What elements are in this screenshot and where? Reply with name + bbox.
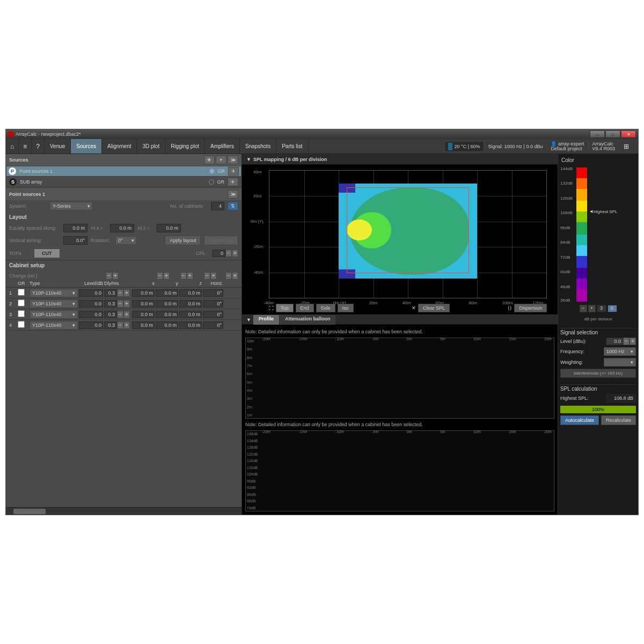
y-input[interactable]: 0.0 m (156, 321, 178, 329)
gr-checkbox[interactable] (18, 310, 25, 317)
atx-input[interactable]: 0.0 m (110, 224, 134, 232)
horiz-input[interactable]: 0° (203, 321, 223, 329)
source-spacing-button[interactable]: Source spa (204, 236, 238, 245)
left-scrollbar[interactable] (6, 507, 241, 515)
view-iso[interactable]: Iso (338, 304, 354, 312)
tab-amplifiers[interactable]: Amplifiers (205, 139, 240, 153)
tab-parts[interactable]: Parts list (276, 139, 308, 153)
gr-checkbox[interactable] (18, 321, 25, 328)
x-all-stepper[interactable]: −+ (149, 272, 170, 280)
y-input[interactable]: 0.0 m (156, 311, 178, 318)
level-stepper[interactable]: 0.0−+ (606, 338, 636, 345)
tab-sources[interactable]: Sources (71, 139, 102, 153)
cabinets-input[interactable]: 4 (211, 202, 224, 210)
type-select[interactable]: Y10P-110x40▾ (30, 299, 78, 308)
div-plus[interactable]: + (588, 305, 596, 312)
tab-alignment[interactable]: Alignment (102, 139, 137, 153)
type-select[interactable]: Y10P-110x40▾ (30, 289, 78, 297)
level-input[interactable]: 0.0 (79, 321, 103, 329)
hz-all-stepper[interactable]: −+ (220, 272, 238, 280)
level-input[interactable]: 0.0 (79, 289, 103, 297)
cabinet-row[interactable]: 4 Y10P-110x40▾ 0.0 0.3−+ 0.0 m 0.0 m 0.0… (6, 320, 241, 331)
rot-select[interactable]: 0°▾ (115, 236, 137, 245)
tab-3dplot[interactable]: 3D plot (137, 139, 165, 153)
div-6[interactable]: 6 (608, 305, 617, 312)
view-end[interactable]: End (296, 304, 314, 312)
delay-stepper[interactable]: 0.3−+ (104, 321, 131, 329)
interferences-button[interactable]: Interferences (<= 163 Hz) (560, 369, 636, 378)
y-input[interactable]: 0.0 m (156, 289, 178, 297)
view-expand-icon[interactable]: ⛶ (269, 305, 274, 311)
autocalc-button[interactable]: Autocalculate (560, 415, 599, 425)
environment-display[interactable]: 20 °C | 60% (444, 141, 484, 152)
tab-rigging[interactable]: Rigging plot (165, 139, 205, 153)
gr-indicator[interactable] (209, 179, 214, 185)
profile-chart-2[interactable]: 140dB134dB128dB122dB116dB110dB104dB98dB9… (245, 430, 554, 511)
tab-snapshots[interactable]: Snapshots (240, 139, 276, 153)
horiz-input[interactable]: 0° (203, 289, 223, 297)
gr-checkbox[interactable] (18, 289, 25, 296)
level-input[interactable]: 0.0 (79, 300, 103, 308)
profile-chart-1[interactable]: 10m9m8m7m6m5m4m3m2m1m -20m-15m-10m-5m0m5… (245, 338, 554, 419)
cpl-stepper[interactable]: 0−+ (213, 250, 238, 257)
grid-icon[interactable]: ⊞ (619, 143, 634, 150)
help-button[interactable]: ? (32, 139, 45, 153)
source-row-sub[interactable]: S SUB array GR ✈ (6, 177, 241, 187)
view-side[interactable]: Side (316, 304, 335, 312)
mute-icon[interactable]: ✈ (228, 178, 238, 186)
atz-input[interactable]: 0.0 m (157, 224, 181, 232)
cabinet-row[interactable]: 1 Y10P-110x40▾ 0.0 0.3−+ 0.0 m 0.0 m 0.0… (6, 288, 241, 298)
cabinet-row[interactable]: 3 Y10P-110x40▾ 0.0 0.3−+ 0.0 m 0.0 m 0.0… (6, 309, 241, 320)
horiz-input[interactable]: 0° (203, 311, 223, 318)
filter-icon[interactable]: ✈ (204, 156, 215, 164)
dispersion-button[interactable]: Dispersion (514, 304, 547, 312)
close-button[interactable]: ✕ (621, 130, 636, 138)
add-source-button[interactable]: + (216, 156, 226, 164)
maximize-button[interactable]: □ (605, 130, 620, 138)
horiz-input[interactable]: 0° (203, 300, 223, 308)
z-input[interactable]: 0.0 m (179, 300, 202, 308)
z-input[interactable]: 0.0 m (179, 321, 202, 329)
z-all-stepper[interactable]: −+ (196, 272, 217, 280)
gr-checkbox[interactable] (18, 299, 25, 306)
delay-stepper[interactable]: 0.3−+ (104, 289, 131, 297)
apply-layout-button[interactable]: Apply layout (165, 236, 201, 245)
va-input[interactable]: 0.0° (63, 236, 87, 245)
home-button[interactable]: ⌂ (6, 139, 19, 153)
z-input[interactable]: 0.0 m (179, 311, 202, 318)
minimize-button[interactable]: — (590, 130, 605, 138)
view-top[interactable]: Top (276, 304, 294, 312)
expand-icon[interactable]: ≫ (228, 156, 238, 164)
type-select[interactable]: Y10P-110x40▾ (30, 321, 78, 330)
type-select[interactable]: Y10P-110x40▾ (30, 310, 78, 319)
weighting-select[interactable]: ▾ (604, 358, 636, 367)
spl-map[interactable]: 40m 20m 0m (Y) -20m -40m -40m -20m 0m (X… (242, 165, 558, 315)
menu-button[interactable]: ≡ (19, 139, 32, 153)
delay-stepper[interactable]: 0.3−+ (104, 300, 131, 308)
delay-stepper[interactable]: 0.3−+ (104, 311, 131, 318)
recalc-button[interactable]: Recalculate (601, 415, 636, 425)
x-input[interactable]: 0.0 m (132, 321, 155, 329)
tab-attenuation[interactable]: Attenuation balloon (280, 314, 336, 325)
level-input[interactable]: 0.0 (79, 311, 103, 318)
z-input[interactable]: 0.0 m (179, 289, 202, 297)
mute-icon[interactable]: ✈ (228, 167, 239, 175)
source-row-point[interactable]: P Point sources 1 GR ✈ (6, 166, 241, 177)
x-input[interactable]: 0.0 m (132, 311, 155, 318)
cabinet-row[interactable]: 2 Y10P-110x40▾ 0.0 0.3−+ 0.0 m 0.0 m 0.0… (6, 298, 241, 309)
eq-input[interactable]: 0.0 m (63, 224, 87, 232)
x-input[interactable]: 0.0 m (132, 289, 155, 297)
freq-select[interactable]: 1000 Hz▾ (604, 347, 636, 356)
div-minus[interactable]: − (580, 305, 587, 312)
cabinets-adjust[interactable]: ⇅ (228, 202, 238, 210)
tab-profile[interactable]: Profile (253, 314, 279, 325)
cut-button[interactable]: CUT (34, 248, 60, 258)
y-input[interactable]: 0.0 m (156, 300, 178, 308)
clear-spl-button[interactable]: Clear SPL (418, 304, 450, 312)
x-input[interactable]: 0.0 m (132, 300, 155, 308)
expand-icon[interactable]: ≫ (228, 190, 238, 199)
div-3[interactable]: 3 (597, 305, 606, 312)
system-select[interactable]: Y-Series▾ (50, 202, 93, 210)
gr-indicator[interactable] (209, 169, 215, 174)
lvl-all-stepper[interactable]: −+ (97, 272, 119, 280)
